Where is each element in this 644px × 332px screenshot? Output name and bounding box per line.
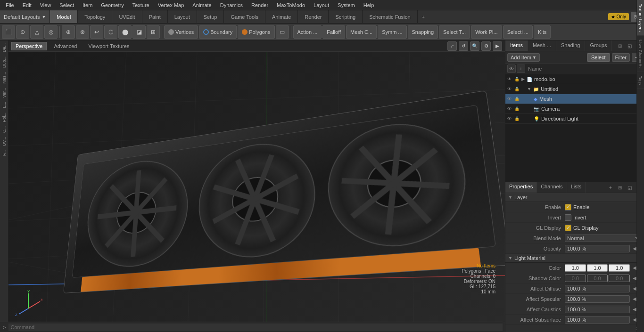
- tree-item-untitled[interactable]: 👁 🔒 ▼ 📁 Untitled: [505, 84, 644, 94]
- tool-icon-2[interactable]: ⊗: [76, 25, 89, 39]
- menu-view[interactable]: View: [36, 1, 55, 9]
- tool-preset-mode[interactable]: ◎: [44, 25, 58, 39]
- tool-kits-btn[interactable]: Kits: [534, 25, 551, 39]
- add-item-button[interactable]: Add Item ▼: [507, 53, 540, 62]
- tab-render[interactable]: Render: [298, 10, 329, 23]
- tab-game-tools[interactable]: Game Tools: [224, 10, 265, 23]
- tool-action-btn[interactable]: Action ...: [293, 25, 322, 39]
- filter-button[interactable]: Filter: [612, 53, 630, 62]
- props-collapse-icon[interactable]: ◱: [625, 183, 634, 192]
- tool-mesh-c-btn[interactable]: Mesh C...: [346, 25, 377, 39]
- left-tab-default[interactable]: De...: [1, 41, 8, 54]
- shadow-color-b[interactable]: 0.0: [609, 275, 630, 282]
- tool-snapping-btn[interactable]: Snapping: [408, 25, 438, 39]
- tab-model[interactable]: Model: [50, 10, 78, 23]
- menu-select[interactable]: Select: [56, 1, 78, 9]
- props-fullscreen-icon[interactable]: ⊞: [616, 183, 624, 192]
- lock-untitled[interactable]: 🔒: [513, 85, 520, 93]
- tool-icon-3[interactable]: ↩: [90, 25, 103, 39]
- left-tab-f[interactable]: F...: [1, 148, 8, 158]
- tab-items[interactable]: Items: [505, 40, 528, 51]
- tool-select-mode[interactable]: ⬛: [2, 25, 15, 39]
- gl-display-checkbox[interactable]: ✓: [565, 225, 571, 231]
- menu-help[interactable]: Help: [360, 1, 378, 9]
- tool-symm-btn[interactable]: Symm ...: [378, 25, 406, 39]
- lock-mesh[interactable]: 🔒: [513, 95, 520, 103]
- panel-expand-icon[interactable]: ⊞: [616, 41, 624, 50]
- left-tab-edge[interactable]: E...: [1, 100, 8, 110]
- affect-subsurface-value[interactable]: 100.0 %: [565, 316, 630, 324]
- props-tab-properties[interactable]: Properties: [505, 182, 537, 193]
- tool-component-mode[interactable]: △: [30, 25, 43, 39]
- tool-selecti-btn[interactable]: Selecti ...: [503, 25, 533, 39]
- menu-texture[interactable]: Texture: [129, 1, 153, 9]
- menu-layout[interactable]: Layout: [310, 1, 333, 9]
- tree-item-camera[interactable]: 👁 🔒 📷 Camera: [505, 104, 644, 114]
- select-button[interactable]: Select: [587, 53, 610, 62]
- shadow-color-g[interactable]: 0.0: [587, 275, 608, 282]
- props-tab-lists[interactable]: Lists: [567, 182, 586, 193]
- eye-camera[interactable]: 👁: [505, 105, 513, 113]
- tab-mesh[interactable]: Mesh ...: [528, 40, 556, 51]
- menu-vertex-map[interactable]: Vertex Map: [154, 1, 188, 9]
- vp-tab-textures[interactable]: Viewport Textures: [84, 42, 133, 50]
- vp-ctrl-settings[interactable]: ⚙: [481, 41, 491, 51]
- lock-camera[interactable]: 🔒: [513, 105, 520, 113]
- vp-tab-perspective[interactable]: Perspective: [11, 42, 47, 50]
- props-tab-channels[interactable]: Channels: [537, 182, 567, 193]
- color-b[interactable]: 1.0: [609, 264, 630, 272]
- tool-icon-6[interactable]: ◪: [132, 25, 146, 39]
- rside-tab-tags[interactable]: Tags: [637, 72, 644, 89]
- opacity-value[interactable]: 100.0 %: [565, 245, 630, 252]
- vp-ctrl-search[interactable]: 🔍: [470, 41, 479, 51]
- affect-specular-value[interactable]: 100.0 %: [565, 295, 630, 303]
- arrow-untitled[interactable]: ▼: [527, 87, 531, 91]
- tree-item-modo-lxo[interactable]: 👁 🔒 ▶ 📄 modo.lxo: [505, 74, 644, 84]
- menu-item[interactable]: Item: [79, 1, 96, 9]
- menu-edit[interactable]: Edit: [19, 1, 35, 9]
- affect-caustics-value[interactable]: 100.0 %: [565, 306, 630, 313]
- star-only-btn[interactable]: ★ Only: [608, 13, 629, 20]
- menu-file[interactable]: File: [2, 1, 18, 9]
- tab-setup[interactable]: Setup: [197, 10, 224, 23]
- menu-render[interactable]: Render: [248, 1, 272, 9]
- command-input[interactable]: [8, 324, 503, 331]
- left-tab-uv[interactable]: UV...: [1, 135, 8, 148]
- menu-geometry[interactable]: Geometry: [97, 1, 127, 9]
- tool-falloff-btn[interactable]: Falloff: [322, 25, 345, 39]
- panel-collapse-icon[interactable]: ◱: [625, 41, 634, 50]
- left-tab-vert[interactable]: Ver...: [1, 86, 8, 100]
- tool-icon-4[interactable]: ⬡: [104, 25, 117, 39]
- vp-ctrl-fullscreen[interactable]: ⤢: [447, 41, 457, 51]
- left-tab-mesh[interactable]: Mes...: [1, 70, 8, 86]
- layout-dropdown[interactable]: Default Layouts ▼: [0, 10, 50, 23]
- menu-maxtomodo[interactable]: MaxToModo: [273, 1, 309, 9]
- props-expand-icon[interactable]: +: [606, 183, 615, 192]
- layout-tab-add[interactable]: +: [418, 10, 429, 23]
- tab-uvedit[interactable]: UVEdit: [112, 10, 142, 23]
- eye-dir-light[interactable]: 👁: [505, 115, 513, 122]
- arrow-modo-lxo[interactable]: ▶: [521, 77, 525, 81]
- eye-untitled[interactable]: 👁: [505, 85, 513, 93]
- tool-icon-5[interactable]: ⬤: [118, 25, 132, 39]
- affect-diffuse-value[interactable]: 100.0 %: [565, 285, 630, 292]
- tab-layout[interactable]: Layout: [168, 10, 197, 23]
- color-g[interactable]: 1.0: [587, 264, 608, 272]
- tab-schematic-fusion[interactable]: Schematic Fusion: [363, 10, 417, 23]
- tab-topology[interactable]: Topology: [78, 10, 112, 23]
- tab-animate[interactable]: Animate: [265, 10, 298, 23]
- menu-dynamics[interactable]: Dynamics: [216, 1, 247, 9]
- tool-icon-7[interactable]: ⊞: [147, 25, 160, 39]
- tree-item-dir-light[interactable]: 👁 🔒 💡 Directional Light: [505, 114, 644, 124]
- color-r[interactable]: 1.0: [565, 264, 586, 272]
- tool-boundary-btn[interactable]: Boundary: [199, 25, 237, 39]
- tool-item-mode[interactable]: ⊙: [16, 25, 29, 39]
- tool-vertices-btn[interactable]: Vertices: [164, 25, 198, 39]
- left-tab-poly[interactable]: Pol...: [1, 111, 8, 124]
- lock-modo-lxo[interactable]: 🔒: [513, 75, 520, 83]
- tool-select-t-btn[interactable]: Select T...: [439, 25, 470, 39]
- viewport[interactable]: Perspective Advanced Viewport Textures ⤢…: [8, 40, 505, 332]
- tool-icon-1[interactable]: ⊕: [62, 25, 75, 39]
- tool-work-pl-btn[interactable]: Work Pl...: [471, 25, 502, 39]
- left-tab-c[interactable]: C...: [1, 124, 8, 135]
